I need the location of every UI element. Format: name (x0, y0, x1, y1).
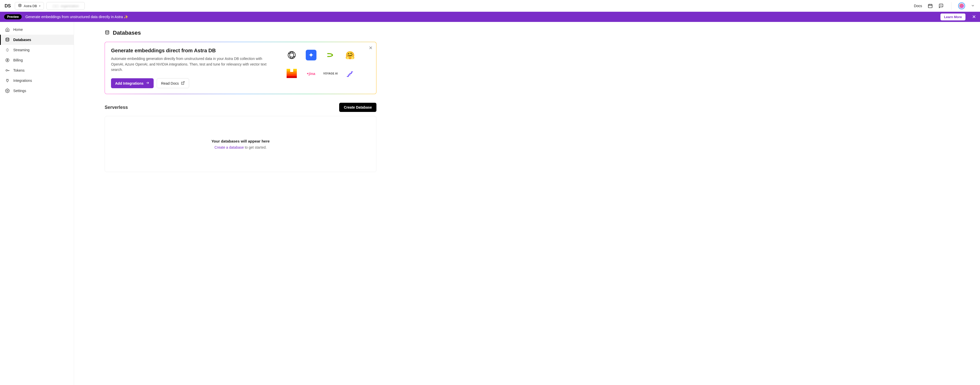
azure-openai-icon: ✦ (305, 49, 317, 61)
arrow-right-icon (145, 81, 150, 86)
calendar-icon[interactable] (928, 3, 933, 8)
voyage-ai-icon: VOYAGE AI (323, 68, 338, 79)
sidebar-item-settings[interactable]: Settings (0, 86, 74, 96)
jina-icon: jina (305, 68, 317, 79)
org-selector[interactable]: ▢▢ organization (46, 2, 85, 10)
sidebar-item-label: Integrations (13, 79, 32, 82)
sidebar-item-billing[interactable]: Billing (0, 55, 74, 65)
chevron-down-icon: ▾ (39, 4, 41, 8)
svg-point-2 (6, 38, 9, 39)
sidebar-item-label: Streaming (13, 48, 30, 52)
learn-more-button[interactable]: Learn More (940, 14, 966, 21)
database-icon (5, 38, 10, 42)
page-title: Databases (113, 30, 141, 36)
banner-text: Generate embeddings from unstructured da… (25, 15, 128, 19)
plug-icon (5, 78, 10, 83)
nvidia-icon (325, 49, 336, 61)
sidebar-item-label: Tokens (13, 68, 24, 73)
database-icon (105, 30, 110, 36)
main: Databases ✕ Generate embeddings direct f… (74, 22, 980, 385)
sidebar: Home Databases Streaming Billing Tokens … (0, 22, 74, 385)
brand-logo: DS (3, 3, 12, 9)
serverless-section-header: Serverless Create Database (105, 103, 376, 112)
gear-icon (5, 89, 10, 93)
org-icon: ▢▢ (52, 4, 59, 8)
provider-logos: ✦ 🤗 jina VOYAGE AI (285, 49, 357, 88)
huggingface-icon: 🤗 (344, 49, 355, 61)
sidebar-item-home[interactable]: Home (0, 24, 74, 35)
serverless-title: Serverless (105, 105, 128, 110)
empty-state-title: Your databases will appear here (211, 139, 269, 143)
external-link-icon (181, 81, 185, 86)
button-label: Add Integrations (115, 81, 143, 86)
sidebar-item-label: Billing (13, 58, 23, 62)
sidebar-item-integrations[interactable]: Integrations (0, 76, 74, 86)
svg-point-0 (19, 4, 21, 5)
layout: Home Databases Streaming Billing Tokens … (0, 22, 980, 385)
key-icon (5, 68, 10, 73)
page-header: Databases (105, 30, 376, 36)
topbar: DS Astra DB ▾ ▢▢ organization Docs (0, 0, 980, 12)
docs-link[interactable]: Docs (914, 4, 922, 8)
sidebar-item-label: Settings (13, 89, 26, 93)
product-selector-label: Astra DB (24, 4, 37, 8)
empty-state-rest: to get started. (244, 145, 267, 149)
sidebar-item-streaming[interactable]: Streaming (0, 45, 74, 55)
promo-title: Generate embeddings direct from Astra DB (111, 48, 274, 54)
streaming-icon (5, 48, 10, 52)
sidebar-item-label: Databases (13, 38, 31, 42)
preview-banner: Preview Generate embeddings from unstruc… (0, 12, 980, 22)
avatar[interactable] (958, 2, 965, 10)
svg-point-4 (6, 70, 7, 71)
database-icon (18, 4, 22, 8)
user-menu-chevron-icon[interactable] (971, 3, 975, 8)
add-integrations-button[interactable]: Add Integrations (111, 78, 154, 88)
svg-point-6 (105, 30, 109, 32)
promo-description: Automate embedding generation directly f… (111, 56, 274, 73)
topbar-right: Docs (914, 2, 977, 10)
banner-close-icon[interactable]: ✕ (969, 14, 976, 20)
home-icon (5, 27, 10, 32)
embeddings-promo-card: ✕ Generate embeddings direct from Astra … (105, 42, 376, 94)
create-database-button[interactable]: Create Database (339, 103, 376, 112)
openai-icon (286, 49, 298, 61)
serverless-empty-state: Your databases will appear here Create a… (105, 116, 376, 172)
svg-point-5 (7, 90, 8, 92)
empty-state-subtitle: Create a database to get started. (215, 145, 267, 149)
promo-close-icon[interactable]: ✕ (369, 45, 372, 51)
upstage-icon (344, 68, 355, 79)
sidebar-item-label: Home (13, 27, 23, 32)
sidebar-item-tokens[interactable]: Tokens (0, 65, 74, 76)
feedback-icon[interactable] (939, 3, 943, 8)
sidebar-item-databases[interactable]: Databases (0, 35, 74, 45)
billing-icon (5, 58, 10, 62)
preview-badge: Preview (4, 14, 22, 19)
svg-point-7 (288, 52, 296, 59)
create-database-link[interactable]: Create a database (215, 145, 244, 149)
button-label: Read Docs (161, 81, 179, 86)
svg-rect-1 (928, 4, 932, 8)
product-selector[interactable]: Astra DB ▾ (15, 2, 44, 10)
divider (951, 2, 951, 10)
read-docs-button[interactable]: Read Docs (157, 78, 189, 88)
mistral-icon (286, 68, 298, 79)
org-selector-label: organization (61, 4, 79, 8)
